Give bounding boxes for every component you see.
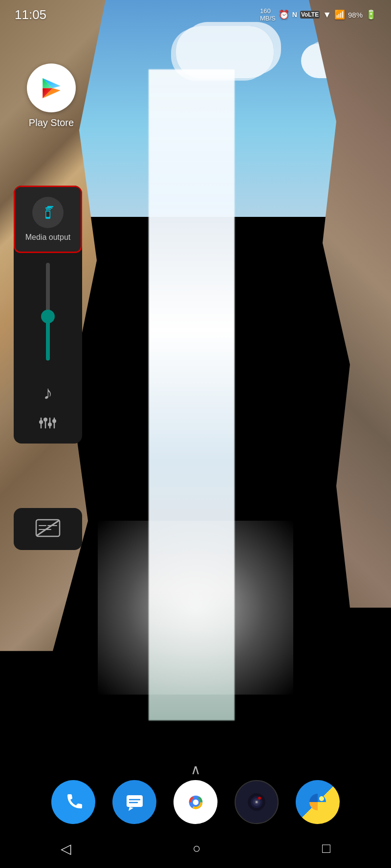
back-button[interactable]: ◁ [61, 841, 71, 857]
svg-rect-16 [127, 795, 143, 807]
svg-point-10 [52, 419, 56, 423]
camera-icon [246, 791, 268, 813]
play-store-circle [27, 64, 76, 112]
app-drawer-arrow[interactable]: ∧ [191, 762, 201, 778]
nfc-icon: N [292, 11, 297, 19]
phone-icon [63, 791, 85, 813]
status-bar: 11:05 160MB/S ⏰ N VoLTE ▼ 📶 98% 🔋 [0, 0, 391, 29]
data-speed-icon: 160MB/S [260, 7, 276, 22]
media-output-label: Media output [25, 233, 71, 242]
caption-disabled-svg [35, 519, 61, 537]
messages-icon [124, 791, 146, 813]
play-store-app[interactable]: Play Store [27, 64, 76, 128]
equalizer-icon[interactable] [39, 416, 57, 434]
volume-track [46, 263, 50, 360]
volte-icon: VoLTE [300, 11, 320, 19]
svg-rect-1 [46, 212, 50, 217]
dock-chrome-button[interactable] [174, 780, 217, 824]
app-drawer-arrow-icon: ∧ [191, 762, 201, 777]
recents-button[interactable]: □ [322, 841, 330, 856]
clock-icon [307, 791, 329, 813]
dock-clock-button[interactable] [296, 780, 340, 824]
waterfall-spray [98, 521, 293, 694]
caption-icon [35, 519, 61, 539]
svg-point-22 [193, 799, 198, 804]
wifi-icon: ▼ [323, 10, 331, 20]
play-store-label: Play Store [29, 117, 74, 128]
svg-point-8 [48, 423, 52, 426]
battery-icon: 🔋 [366, 9, 376, 20]
svg-point-29 [319, 796, 324, 801]
status-time: 11:05 [15, 7, 46, 22]
bottom-dock [0, 780, 391, 824]
svg-line-15 [37, 521, 59, 535]
chrome-icon [182, 789, 209, 816]
dock-phone-button[interactable] [51, 780, 95, 824]
volume-panel: Media output ♪ [14, 186, 82, 444]
nav-bar: ◁ ○ □ [0, 829, 391, 868]
media-output-icon-circle [32, 197, 64, 228]
play-store-logo [38, 75, 65, 102]
status-icons: 160MB/S ⏰ N VoLTE ▼ 📶 98% 🔋 [260, 7, 376, 22]
media-output-icon [39, 204, 57, 221]
battery-percentage: 98% [348, 11, 363, 19]
svg-point-2 [47, 217, 48, 218]
home-button[interactable]: ○ [193, 841, 201, 856]
volume-thumb[interactable] [41, 310, 55, 323]
svg-point-6 [43, 418, 47, 422]
svg-point-28 [258, 797, 261, 800]
caption-panel[interactable] [14, 508, 82, 550]
dock-camera-button[interactable] [235, 780, 279, 824]
svg-point-4 [39, 420, 43, 424]
svg-point-27 [256, 801, 258, 803]
volume-slider-area: ♪ [14, 253, 82, 444]
volume-track-container[interactable] [46, 263, 50, 370]
dock-messages-button[interactable] [112, 780, 156, 824]
signal-icon: 📶 [334, 9, 345, 20]
music-note-icon[interactable]: ♪ [43, 382, 53, 403]
equalizer-svg [39, 416, 57, 430]
alarm-icon: ⏰ [279, 9, 289, 20]
media-output-button[interactable]: Media output [14, 186, 82, 253]
